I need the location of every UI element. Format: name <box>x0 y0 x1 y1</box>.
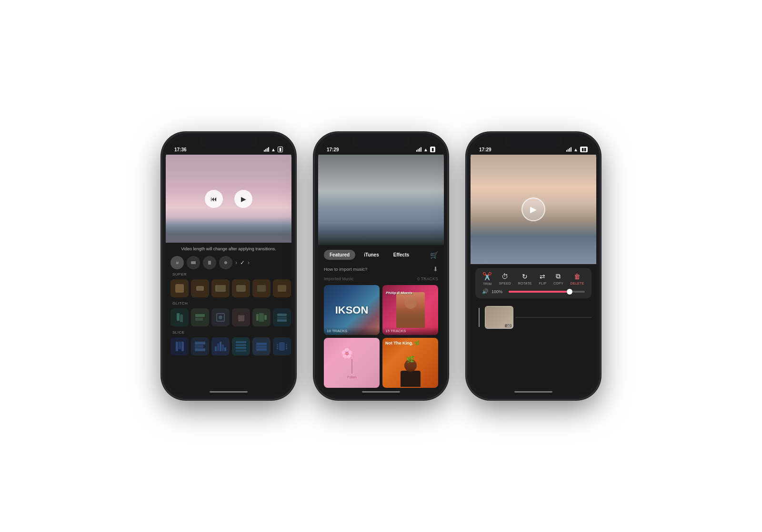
album-pollen-bg: 🌸 Pollen <box>324 338 380 388</box>
volume-icon: 🔊 <box>482 288 489 295</box>
video-preview-3: ▶ <box>471 155 596 264</box>
edit-tools-row: ✂️ TRIM ⏱ SPEED ↻ ROTATE ⇄ FLIP <box>477 272 590 286</box>
home-indicator-3 <box>514 391 552 393</box>
philip-name-overlay: Philip E Morris <box>386 287 435 296</box>
effect-thumb-3[interactable] <box>219 256 232 269</box>
timeline-track <box>515 317 592 318</box>
slice-effect-3[interactable] <box>211 337 230 355</box>
none-effect-button[interactable]: ⊗ <box>170 256 184 269</box>
phone-1-screen: 17:36 ▲ ▮ ⏮ ▶ Video length will change a… <box>166 137 291 395</box>
glitch-effect-1[interactable] <box>170 308 189 326</box>
glitch-effect-2[interactable] <box>191 308 209 326</box>
slice-effects-strip <box>166 336 291 356</box>
super-effect-5[interactable] <box>252 279 271 297</box>
super-effect-3[interactable] <box>211 279 230 297</box>
flip-icon: ⇄ <box>540 273 545 280</box>
glitch-effect-6[interactable] <box>273 308 291 326</box>
signal-icon-3 <box>566 147 572 152</box>
svg-rect-1 <box>208 261 211 265</box>
slice-effect-6[interactable] <box>273 337 291 355</box>
timeline-section: :10 <box>471 302 596 333</box>
cart-icon[interactable]: 🛒 <box>430 251 438 259</box>
pollen-label-text: Pollen <box>347 375 356 379</box>
rotate-label: ROTATE <box>518 282 532 285</box>
effects-nav-row: ⊗ › ✓ › <box>166 254 291 271</box>
phone-3: 17:29 ▲ ▮▮ ▶ ✂️ TRIM <box>467 133 600 399</box>
status-icons-3: ▲ ▮▮ <box>566 147 588 152</box>
glitch-effects-row: GLITCH <box>166 301 291 327</box>
tab-itunes[interactable]: iTunes <box>358 250 384 260</box>
glitch-effect-3[interactable] <box>211 308 230 326</box>
import-music-text[interactable]: How to import music? <box>324 266 367 272</box>
super-effect-2[interactable] <box>191 279 209 297</box>
delete-icon: 🗑 <box>574 273 581 280</box>
play-button-1[interactable]: ▶ <box>234 190 252 208</box>
super-effects-strip <box>166 278 291 298</box>
delete-label: DELETE <box>571 282 584 285</box>
effects-chevron[interactable]: › <box>235 259 237 266</box>
glitch-effect-5[interactable] <box>252 308 271 326</box>
music-video-hero <box>318 155 444 245</box>
super-effect-6[interactable] <box>273 279 291 297</box>
wifi-icon-2: ▲ <box>423 147 428 152</box>
super-effect-4[interactable] <box>232 279 250 297</box>
ikson-title: IKSON <box>335 304 369 316</box>
edit-toolbar: ✂️ TRIM ⏱ SPEED ↻ ROTATE ⇄ FLIP <box>475 268 592 298</box>
slice-label: SLICE <box>166 330 291 335</box>
volume-thumb[interactable] <box>567 289 572 295</box>
effect-thumb-1[interactable] <box>187 256 200 269</box>
speed-icon: ⏱ <box>501 273 508 280</box>
timeline-clip-1[interactable]: :10 <box>485 306 513 329</box>
music-tabs-container: Featured iTunes Effects 🛒 <box>318 245 444 263</box>
super-effect-1[interactable] <box>170 279 189 297</box>
play-button-3[interactable]: ▶ <box>521 197 545 221</box>
volume-fill <box>509 291 570 293</box>
album-philip[interactable]: Philip E Morris 15 TRACKS <box>382 285 438 335</box>
notification-text: Video length will change after applying … <box>166 243 291 254</box>
slice-effect-4[interactable] <box>232 337 250 355</box>
glitch-effect-4[interactable]: ▦ <box>232 308 250 326</box>
rewind-button[interactable]: ⏮ <box>205 190 223 208</box>
notch-1 <box>200 137 257 149</box>
tab-effects[interactable]: Effects <box>388 250 415 260</box>
king-title-text: Not The King. 🌿 <box>385 341 435 346</box>
svg-rect-0 <box>191 261 196 264</box>
album-grid: IKSON 10 TRACKS Philip E Morris <box>318 282 444 391</box>
status-icons-1: ▲ ▮ <box>264 147 283 152</box>
delete-tool[interactable]: 🗑 DELETE <box>571 273 584 285</box>
slice-effect-1[interactable] <box>170 337 189 355</box>
volume-track[interactable] <box>509 291 585 293</box>
flip-tool[interactable]: ⇄ FLIP <box>539 273 546 285</box>
philip-overlay: 15 TRACKS <box>382 327 438 335</box>
signal-icon-2 <box>416 147 421 152</box>
copy-icon: ⧉ <box>556 272 561 280</box>
album-pollen[interactable]: 🌸 Pollen <box>324 338 380 388</box>
volume-value: 100% <box>491 289 506 294</box>
phones-container: 17:36 ▲ ▮ ⏮ ▶ Video length will change a… <box>133 104 629 428</box>
tab-featured[interactable]: Featured <box>324 250 355 260</box>
speed-tool[interactable]: ⏱ SPEED <box>499 273 511 285</box>
album-ikson[interactable]: IKSON 10 TRACKS <box>324 285 380 335</box>
album-king[interactable]: Not The King. 🌿 🌿 <box>382 338 438 388</box>
slice-effect-5[interactable] <box>252 337 271 355</box>
clip-duration: :10 <box>505 324 511 327</box>
imported-music-label: Imported Music 0 TRACKS <box>318 276 444 282</box>
trim-label: TRIM <box>483 282 491 286</box>
import-icon[interactable]: ⬇ <box>433 266 438 273</box>
home-indicator-2 <box>362 391 400 393</box>
effect-thumb-2[interactable] <box>203 256 216 269</box>
effects-back-chevron[interactable]: › <box>248 259 250 266</box>
speed-label: SPEED <box>499 282 511 285</box>
battery-icon-1: ▮ <box>278 147 283 152</box>
slice-effect-2[interactable] <box>191 337 209 355</box>
rotate-tool[interactable]: ↻ ROTATE <box>518 273 532 285</box>
phone-1: 17:36 ▲ ▮ ⏮ ▶ Video length will change a… <box>162 133 295 399</box>
king-head: 🌿 <box>404 359 417 372</box>
king-figure-area: 🌿 <box>382 359 438 388</box>
glitch-effects-strip: ▦ <box>166 307 291 327</box>
trim-tool[interactable]: ✂️ TRIM <box>482 272 492 286</box>
copy-tool[interactable]: ⧉ COPY <box>553 272 563 285</box>
battery-icon-3: ▮▮ <box>580 147 588 152</box>
effects-check[interactable]: ✓ <box>240 259 245 266</box>
slice-effects-row: SLICE <box>166 330 291 356</box>
